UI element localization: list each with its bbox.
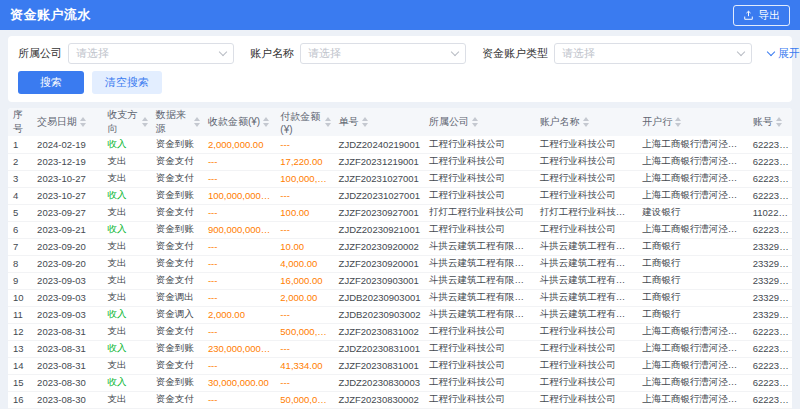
cell-company: 工程行业科技公司 (424, 340, 535, 357)
sort-icon[interactable] (776, 117, 782, 127)
export-button[interactable]: 导出 (733, 5, 790, 26)
table-row: 152023-08-30收入资金到账30,000,000.00---ZJDZ20… (8, 374, 792, 391)
col-receipt[interactable]: 收款金额(¥) (203, 108, 275, 136)
chevron-down-icon (219, 48, 227, 56)
cell-direction: 支出 (102, 204, 150, 221)
col-payment[interactable]: 付款金额(¥) (275, 108, 333, 136)
cell-source: 资金支付 (151, 255, 203, 272)
cell-orderNo: ZJDZ20230831001 (334, 340, 424, 357)
cell-index: 6 (8, 221, 32, 238)
sort-icon[interactable] (80, 117, 86, 127)
table-row: 92023-09-03支出资金支付---16,000.00ZJZF2023090… (8, 272, 792, 289)
cell-source: 资金到账 (151, 374, 203, 391)
cell-payment: 100.00 (275, 204, 333, 221)
cell-index: 8 (8, 255, 32, 272)
cell-accountNo: 23329499... (748, 272, 792, 289)
account-type-select[interactable]: 请选择 (554, 43, 752, 64)
cell-source: 资金调出 (151, 289, 203, 306)
table-row: 132023-08-31收入资金到账230,000,000.00---ZJDZ2… (8, 340, 792, 357)
account-select-placeholder: 请选择 (308, 46, 341, 61)
cell-bank: 工商银行 (637, 238, 748, 255)
cell-account: 斗拱云建筑工程有限公司 (535, 238, 638, 255)
cell-source: 资金支付 (151, 323, 203, 340)
cell-account: 打灯工程行业科技公司 (535, 204, 638, 221)
company-select[interactable]: 请选择 (68, 43, 234, 64)
cell-receipt: 30,000,000.00 (203, 374, 275, 391)
cell-date: 2023-08-30 (32, 391, 102, 408)
col-index: 序号 (8, 108, 32, 136)
col-account[interactable]: 账户名称 (535, 108, 638, 136)
sort-icon[interactable] (263, 117, 269, 127)
cell-bank: 上海工商银行漕河泾支行 (637, 187, 748, 204)
cell-direction: 支出 (102, 323, 150, 340)
cell-index: 12 (8, 323, 32, 340)
table-row: 22023-12-19支出资金支付---17,220.00ZJZF2023121… (8, 153, 792, 170)
table-row: 122023-08-31支出资金支付---500,000,000.00ZJZF2… (8, 323, 792, 340)
cell-payment: --- (275, 187, 333, 204)
cell-receipt: 100,000,000.00 (203, 187, 275, 204)
cell-payment: 17,220.00 (275, 153, 333, 170)
cell-date: 2023-09-21 (32, 221, 102, 238)
col-source[interactable]: 数据来源 (151, 108, 203, 136)
cell-date: 2024-02-19 (32, 136, 102, 153)
filter-panel: 所属公司 请选择 账户名称 请选择 资金账户类型 请选择 (8, 36, 792, 102)
chevron-down-icon (451, 48, 459, 56)
table-row: 42023-10-27收入资金到账100,000,000.00---ZJDZ20… (8, 187, 792, 204)
sort-icon[interactable] (583, 117, 589, 127)
cell-direction: 收入 (102, 221, 150, 238)
cell-orderNo: ZJDB20230903002 (334, 306, 424, 323)
cell-source: 资金支付 (151, 357, 203, 374)
table-row: 12024-02-19收入资金到账2,000,000.00---ZJDZ2024… (8, 136, 792, 153)
cell-account: 工程行业科技公司 (535, 391, 638, 408)
cell-accountNo: 62223011... (748, 374, 792, 391)
cell-orderNo: ZJZF20230903001 (334, 272, 424, 289)
col-label-index: 序号 (13, 108, 29, 136)
cell-accountNo: 23329499... (748, 238, 792, 255)
cell-date: 2023-08-31 (32, 323, 102, 340)
sort-icon[interactable] (325, 117, 331, 127)
col-label-orderNo: 单号 (339, 115, 359, 129)
table-row: 82023-09-20支出资金支付---4,000.00ZJZF20230920… (8, 255, 792, 272)
sort-icon[interactable] (675, 117, 681, 127)
account-type-select-placeholder: 请选择 (562, 46, 595, 61)
expand-filters-link[interactable]: 展开筛选 (768, 46, 800, 61)
cell-accountNo: 62223011... (748, 391, 792, 408)
cell-index: 5 (8, 204, 32, 221)
col-orderNo[interactable]: 单号 (334, 108, 424, 136)
sort-icon[interactable] (362, 117, 368, 127)
table-row: 32023-10-27支出资金支付---100,000,000.00ZJZF20… (8, 170, 792, 187)
col-company[interactable]: 所属公司 (424, 108, 535, 136)
sort-icon[interactable] (472, 117, 478, 127)
cell-index: 15 (8, 374, 32, 391)
cell-direction: 收入 (102, 306, 150, 323)
col-label-accountNo: 账号 (753, 115, 773, 129)
company-filter-label: 所属公司 (18, 46, 62, 61)
clear-search-button[interactable]: 清空搜索 (92, 71, 162, 94)
account-name-select[interactable]: 请选择 (300, 43, 466, 64)
search-button[interactable]: 搜索 (18, 71, 84, 94)
cell-account: 工程行业科技公司 (535, 374, 638, 391)
col-bank[interactable]: 开户行 (637, 108, 748, 136)
cell-date: 2023-09-20 (32, 255, 102, 272)
sort-icon[interactable] (194, 117, 200, 127)
cell-company: 斗拱云建筑工程有限公司 (424, 255, 535, 272)
sort-icon[interactable] (142, 117, 148, 127)
cell-index: 9 (8, 272, 32, 289)
cell-company: 工程行业科技公司 (424, 170, 535, 187)
col-label-account: 账户名称 (540, 115, 580, 129)
cell-payment: 16,000.00 (275, 272, 333, 289)
cell-company: 斗拱云建筑工程有限公司 (424, 306, 535, 323)
col-accountNo[interactable]: 账号 (748, 108, 792, 136)
cell-payment: 50,000,000.00 (275, 391, 333, 408)
cell-receipt: --- (203, 357, 275, 374)
cell-index: 10 (8, 289, 32, 306)
col-direction[interactable]: 收支方向 (102, 108, 150, 136)
cell-date: 2023-08-30 (32, 374, 102, 391)
cell-direction: 支出 (102, 391, 150, 408)
cell-source: 资金到账 (151, 136, 203, 153)
col-date[interactable]: 交易日期 (32, 108, 102, 136)
cell-receipt: --- (203, 238, 275, 255)
cell-source: 资金到账 (151, 340, 203, 357)
cell-payment: --- (275, 306, 333, 323)
cell-source: 资金支付 (151, 204, 203, 221)
